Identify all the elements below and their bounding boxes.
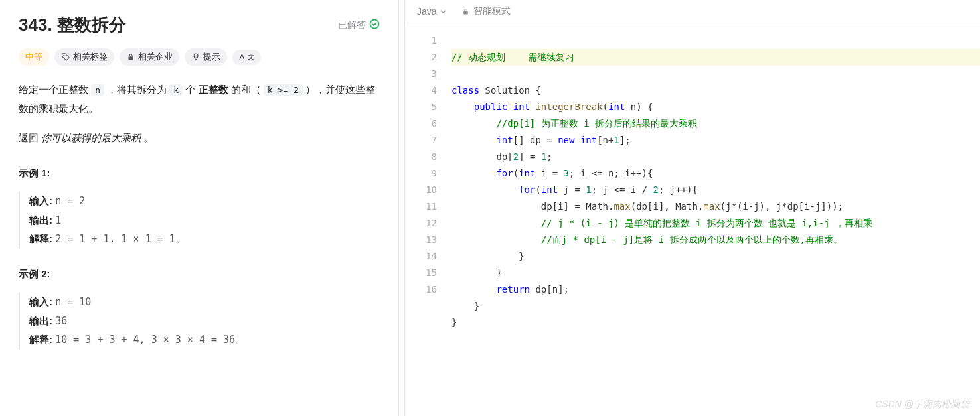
example-1: 输入: n = 2 输出: 1 解释: 2 = 1 + 1, 1 × 1 = 1… [19,192,380,249]
code-line: // j * (i - j) 是单纯的把整数 i 拆分为两个数 也就是 i,i-… [451,218,872,228]
tags-row: 中等 相关标签 相关企业 提示 A文 [19,48,380,66]
code-line: } [451,317,457,328]
difficulty-tag[interactable]: 中等 [19,48,49,66]
code-line: for(int j = 1; j <= i / 2; j++){ [451,184,698,195]
code-line: return dp[n]; [451,284,569,295]
lock-icon [126,52,135,62]
editor-panel: Java 智能模式 12345678910111213141516 // 动态规… [405,0,980,416]
code-line: for(int i = 3; i <= n; i++){ [451,168,653,178]
title-row: 343. 整数拆分 已解答 [19,13,380,36]
code-line: dp[2] = 1; [451,151,552,162]
code-area[interactable]: // 动态规划 需继续复习 class Solution { public in… [451,33,980,416]
example-1-title: 示例 1: [19,164,380,183]
line-numbers: 12345678910111213141516 [405,33,451,416]
solved-label: 已解答 [338,19,366,31]
solved-status: 已解答 [338,19,380,32]
code-line: } [451,267,502,278]
editor-header: Java 智能模式 [405,0,980,23]
desc-p2: 返回 你可以获得的最大乘积 。 [19,129,380,148]
code-line: } [451,251,525,261]
problem-panel: 343. 整数拆分 已解答 中等 相关标签 相关企业 提示 A文 给定一个正整数… [0,0,398,416]
related-tags-button[interactable]: 相关标签 [54,48,114,66]
smart-mode-toggle[interactable]: 智能模式 [461,5,511,17]
svg-point-1 [64,55,65,56]
code-line: dp[i] = Math.max(dp[i], Math.max(j*(i-j)… [451,201,843,212]
code-line: class Solution { [451,85,541,96]
check-icon [369,19,380,32]
bulb-icon [191,52,201,62]
example-2-title: 示例 2: [19,265,380,284]
code-editor[interactable]: 12345678910111213141516 // 动态规划 需继续复习 cl… [405,23,980,416]
chevron-down-icon [440,8,447,15]
example-2: 输入: n = 10 输出: 36 解释: 10 = 3 + 3 + 4, 3 … [19,293,380,350]
hint-button[interactable]: 提示 [185,48,227,66]
problem-description: 给定一个正整数 n ，将其拆分为 k 个 正整数 的和（ k >= 2 ），并使… [19,80,380,350]
lock-icon [461,7,470,16]
desc-p1: 给定一个正整数 n ，将其拆分为 k 个 正整数 的和（ k >= 2 ），并使… [19,80,380,118]
svg-rect-2 [129,56,133,60]
svg-rect-4 [463,11,468,14]
code-line: //dp[i] 为正整数 i 拆分后的结果的最大乘积 [451,118,697,129]
code-line: //而j * dp[i - j]是将 i 拆分成两个以及两个以上的个数,再相乘。 [451,234,843,245]
panel-divider[interactable] [398,0,405,416]
tag-icon [61,52,70,62]
problem-title: 343. 整数拆分 [19,13,126,36]
code-line: } [451,301,479,311]
font-size-button[interactable]: A文 [232,50,261,65]
code-line: // 动态规划 需继续复习 [451,49,980,66]
code-line: public int integerBreak(int n) { [451,102,653,112]
code-line: int[] dp = new int[n+1]; [451,135,631,145]
related-company-button[interactable]: 相关企业 [120,48,179,66]
language-select[interactable]: Java [417,6,447,17]
svg-point-3 [194,54,198,58]
